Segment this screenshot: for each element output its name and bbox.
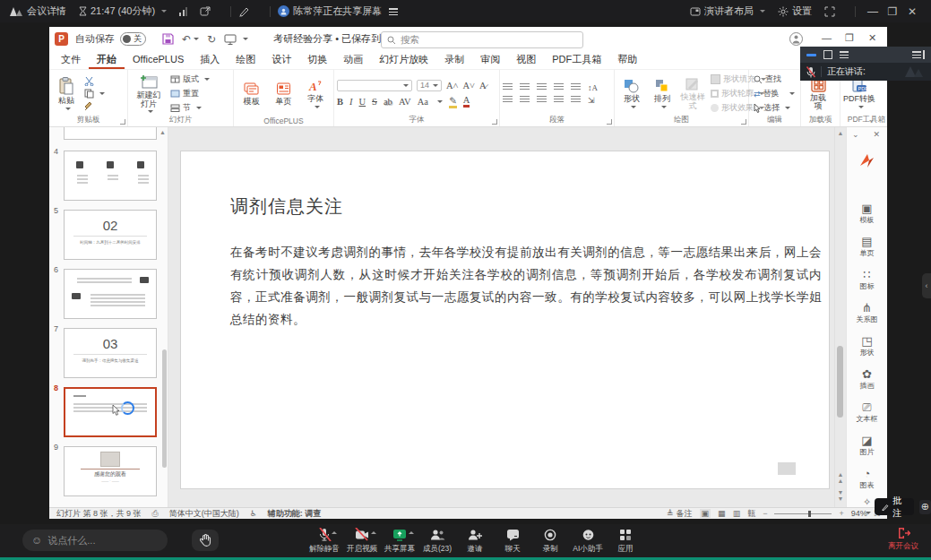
chat-input[interactable]: ☺ 说点什么... <box>22 530 168 551</box>
bold-button[interactable]: B <box>337 97 343 107</box>
presenter-layout-button[interactable]: 演讲者布局 <box>690 4 765 18</box>
sidebar-close-icon[interactable]: ✕ <box>873 130 880 139</box>
ppt-close-button[interactable]: ✕ <box>868 32 876 44</box>
members-button[interactable]: 成员(23) <box>418 527 456 555</box>
panel-minimize-icon[interactable] <box>806 54 816 56</box>
decrease-font-icon[interactable]: A˅ <box>463 81 476 90</box>
pop-out-icon[interactable] <box>200 6 211 16</box>
highlight-color-button[interactable]: ✎ <box>449 95 457 108</box>
clipboard-dialog-launcher[interactable] <box>120 119 125 125</box>
panel-collapse-handle[interactable]: ‹ <box>922 273 931 298</box>
cut-button[interactable] <box>84 76 105 86</box>
slide-thumb-7[interactable]: 03 调剂先手：信息搜集与收集渠道 <box>64 328 157 378</box>
menu-file[interactable]: 文件 <box>53 51 89 69</box>
menu-slideshow[interactable]: 幻灯片放映 <box>371 51 436 69</box>
replace-button[interactable]: ⇄替换 <box>754 88 795 99</box>
slide-layout-button[interactable]: 版式 <box>170 73 210 85</box>
menu-draw[interactable]: 绘图 <box>228 51 263 69</box>
main-scrollbar[interactable]: ▲ ▲▲ ▼▼ <box>834 127 846 507</box>
menu-animations[interactable]: 动画 <box>335 51 371 69</box>
quick-access-more-icon[interactable] <box>243 38 248 40</box>
align-left-icon[interactable] <box>503 96 513 104</box>
reset-slide-button[interactable]: 重置 <box>170 88 210 99</box>
menu-transitions[interactable]: 切换 <box>299 51 335 69</box>
format-painter-button[interactable] <box>84 101 105 111</box>
font-dialog-launcher[interactable] <box>492 119 497 125</box>
save-icon[interactable] <box>162 33 174 45</box>
share-screen-button[interactable]: 共享屏幕 <box>381 527 418 555</box>
notes-toggle-button[interactable]: ≜备注 <box>667 508 693 520</box>
menu-insert[interactable]: 插入 <box>192 51 228 69</box>
clear-formatting-icon[interactable]: A̷ <box>479 81 487 90</box>
slide-sorter-view-icon[interactable]: ▦ <box>718 509 726 518</box>
char-spacing-button[interactable]: A︎V <box>399 97 411 107</box>
align-center-icon[interactable] <box>520 96 530 104</box>
reading-view-icon[interactable]: ▥ <box>733 509 741 518</box>
select-button[interactable]: 选择 <box>754 102 795 114</box>
strikethrough-button[interactable]: S <box>372 97 377 107</box>
columns-icon[interactable] <box>571 96 581 104</box>
notes-page-icon[interactable]: ⎙ <box>152 509 159 519</box>
font-size-select[interactable]: 14 <box>417 80 442 91</box>
paragraph-dialog-launcher[interactable] <box>607 119 612 125</box>
sharer-menu-icon[interactable] <box>389 8 398 15</box>
change-case-button[interactable]: Aa <box>418 97 428 107</box>
slide-thumb-8-selected[interactable] <box>64 387 157 437</box>
unmute-button[interactable]: 解除静音 <box>306 527 343 555</box>
ppt-restore-button[interactable]: ❐ <box>845 32 854 44</box>
start-video-button[interactable]: 开启视频 <box>343 527 381 555</box>
underline-button[interactable]: U <box>359 97 366 107</box>
panel-restore-icon[interactable] <box>823 50 832 59</box>
menu-design[interactable]: 设计 <box>263 51 299 69</box>
smartart-convert-icon[interactable]: ⇲ <box>588 96 595 105</box>
settings-button[interactable]: 设置 <box>778 4 812 18</box>
menu-record[interactable]: 录制 <box>436 51 472 69</box>
minimize-button[interactable]: — <box>863 5 883 18</box>
find-button[interactable]: 查找 <box>754 73 795 85</box>
paste-button[interactable]: 粘贴 <box>52 73 81 115</box>
restore-button[interactable]: ❐ <box>883 5 902 18</box>
search-input[interactable]: 搜索 <box>381 31 583 48</box>
drawing-dialog-launcher[interactable] <box>741 119 746 125</box>
sidebar-item-textbox[interactable]: ⎚文本框 <box>847 401 887 424</box>
slideshow-view-icon[interactable]: 㼿 <box>747 508 755 520</box>
sidebar-item-picture[interactable]: ◪图片 <box>847 435 887 457</box>
invite-button[interactable]: 邀请 <box>456 527 494 555</box>
slide-placeholder-box[interactable] <box>778 462 796 475</box>
slide-thumb-3-partial[interactable] <box>64 127 157 140</box>
menu-help[interactable]: 帮助 <box>609 51 645 69</box>
zoom-slider[interactable] <box>774 513 832 514</box>
increase-font-icon[interactable]: A˄ <box>446 81 459 90</box>
apps-button[interactable]: 应用 <box>607 527 644 555</box>
current-slide[interactable]: 调剂信息关注 在备考时不建议考虑调剂的事情，去年各学校没有提前放出有关调剂的信息… <box>180 151 830 489</box>
copy-button[interactable] <box>84 89 105 99</box>
slide-thumb-4[interactable] <box>64 151 157 201</box>
officeplus-template-button[interactable]: 模板 <box>237 73 266 115</box>
raise-hand-button[interactable] <box>192 530 219 551</box>
leave-meeting-button[interactable]: 离开会议 <box>883 527 924 552</box>
menu-pdf-toolbox[interactable]: PDF工具箱 <box>544 51 609 69</box>
section-button[interactable]: 节 <box>170 102 210 114</box>
menu-home[interactable]: 开始 <box>89 51 125 69</box>
sidebar-item-chart[interactable]: ◔图表 <box>847 468 887 490</box>
start-slideshow-icon[interactable] <box>224 34 237 45</box>
font-color-button[interactable]: A <box>463 95 470 108</box>
slide-thumb-5[interactable]: 02 时间轴：九月到十二月的时间安排 <box>64 210 157 260</box>
muted-mic-icon[interactable] <box>806 66 815 78</box>
thumb-scroll-up-icon[interactable]: ▲ <box>159 129 166 135</box>
redo-button[interactable]: ↻ <box>207 33 216 46</box>
officeplus-font-button[interactable]: A 字体 <box>301 73 330 115</box>
scroll-up-icon[interactable]: ▲ <box>835 130 846 136</box>
slide-thumb-6[interactable] <box>64 269 157 319</box>
panel-sidebar-toggle-icon[interactable] <box>912 50 925 59</box>
justify-icon[interactable] <box>554 96 564 104</box>
menu-review[interactable]: 审阅 <box>472 51 508 69</box>
normal-view-icon[interactable]: ▣ <box>700 509 711 518</box>
accessibility-status[interactable]: 辅助功能: 调查 <box>268 508 322 520</box>
ppt-minimize-button[interactable]: — <box>822 32 832 43</box>
arrange-button[interactable]: 排列 <box>648 73 677 115</box>
quick-styles-button[interactable]: 快速样式 <box>678 73 707 115</box>
magnify-button[interactable]: ⊕ <box>919 500 931 514</box>
increase-indent-icon[interactable] <box>554 83 564 91</box>
line-spacing-icon[interactable] <box>571 83 581 91</box>
